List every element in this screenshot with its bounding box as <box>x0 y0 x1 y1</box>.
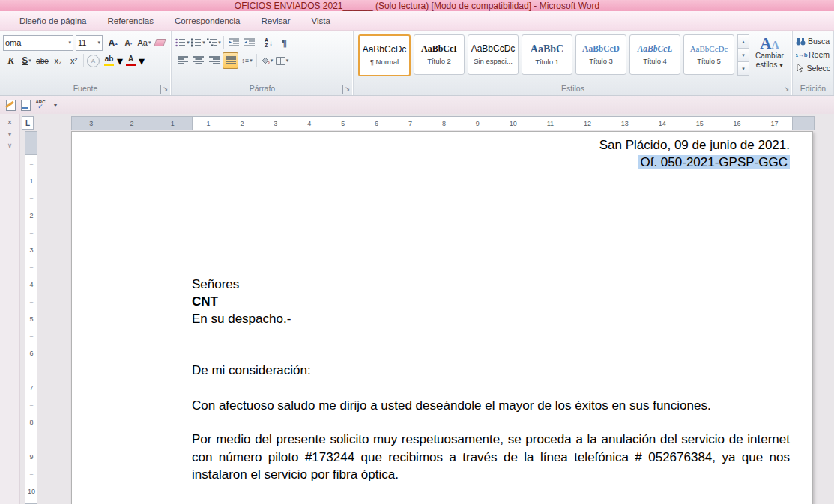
vertical-ruler[interactable]: –1–2–3–4–5–6–7–8–9–10 <box>25 131 38 504</box>
spelling-button[interactable]: ABC✓ <box>33 97 48 112</box>
underline-button[interactable]: S▾ <box>19 53 34 68</box>
clear-formatting-button[interactable] <box>153 35 167 50</box>
ruler-number: 15 <box>696 120 704 127</box>
tab-diseno-de-pagina[interactable]: Diseño de página <box>9 11 97 30</box>
text-highlight-button[interactable]: ab <box>102 53 116 68</box>
selected-text[interactable]: Of. 050-2021-GPSP-GGC <box>638 155 790 169</box>
ruler-tick: – <box>30 362 33 379</box>
decrease-indent-button[interactable] <box>226 35 241 50</box>
find-button[interactable]: Buscar <box>796 34 830 48</box>
ruler-tick: – <box>30 224 33 241</box>
shading-button[interactable]: ▾ <box>259 53 274 68</box>
align-left-icon <box>178 56 188 65</box>
style-preview: AaBbCcDc <box>363 45 407 55</box>
change-case-button[interactable]: Aa▾ <box>137 35 151 50</box>
ruler-number: 9 <box>29 448 33 465</box>
line-spacing-button[interactable]: ↕≡▾ <box>240 53 254 68</box>
gallery-scroll-down-icon[interactable]: ▾ <box>737 48 749 62</box>
enclose-characters-button[interactable]: A <box>86 53 100 68</box>
chevron-down-icon[interactable]: ▾ <box>4 130 16 138</box>
tab-referencias[interactable]: Referencias <box>97 11 164 30</box>
tab-vista[interactable]: Vista <box>300 11 340 30</box>
vertical-ruler-marks: –1–2–3–4–5–6–7–8–9–10 <box>25 155 37 500</box>
font-name-value: oma <box>5 38 66 47</box>
numbering-button[interactable]: ▾ <box>191 35 205 50</box>
strikethrough-button[interactable]: abe <box>35 53 49 68</box>
multilevel-list-button[interactable]: ▾ <box>207 35 221 50</box>
workspace: × ▾ ∨ L 3·2·1 1·2·3·4·5·6·7·8·9·10·11·12… <box>0 114 834 504</box>
increase-indent-button[interactable] <box>242 35 256 50</box>
tab-selector[interactable]: L <box>22 116 34 130</box>
style-item-titulo-3[interactable]: AaBbCcDTítulo 3 <box>575 34 626 75</box>
select-button[interactable]: Selecc <box>796 61 830 75</box>
ruler-number: 13 <box>621 120 629 127</box>
style-preview: AaBbCcL <box>638 44 673 54</box>
print-preview-icon <box>21 100 31 111</box>
multilevel-list-icon <box>207 38 217 47</box>
font-size-combo[interactable]: 11 ▾ <box>76 35 103 51</box>
style-item-titulo-4[interactable]: AaBbCcLTítulo 4 <box>629 34 680 75</box>
style-item-titulo-2[interactable]: AaBbCcITítulo 2 <box>414 34 465 75</box>
style-name: Título 5 <box>697 57 721 65</box>
style-item-titulo-1[interactable]: AaBbCTítulo 1 <box>522 34 572 75</box>
document-page[interactable]: San Plácido, 09 de junio de 2021. Of. 05… <box>71 131 813 504</box>
gallery-more-icon[interactable]: ▾ <box>737 61 749 76</box>
ruler-tick: – <box>30 327 33 344</box>
body-paragraph-1: Con afectuoso saludo me dirijo a usted d… <box>192 397 790 414</box>
sort-button[interactable]: AZ ↓ <box>262 35 276 50</box>
ruler-number: 10 <box>510 120 517 127</box>
italic-button[interactable]: K <box>4 53 18 68</box>
grow-font-button[interactable]: A▴ <box>106 35 120 50</box>
tab-correspondencia[interactable]: Correspondencia <box>164 11 251 30</box>
edit-document-button[interactable] <box>3 97 18 112</box>
body-paragraph-2: Por medio del presente solicito muy resp… <box>192 431 790 484</box>
ruler-right-margin-zone <box>793 117 814 130</box>
shrink-font-button[interactable]: A▾ <box>121 35 136 50</box>
ruler-number: 10 <box>28 482 35 500</box>
align-left-button[interactable] <box>175 53 190 68</box>
chevron-down-icon[interactable]: ▾ <box>117 54 123 68</box>
ruler-tick: – <box>30 293 33 310</box>
recipient-line-1: Señores <box>192 276 790 293</box>
qat-overflow-button[interactable]: ▾ <box>48 97 63 112</box>
font-color-button[interactable]: A <box>124 53 138 68</box>
show-marks-button[interactable]: ¶ <box>277 35 291 50</box>
align-right-button[interactable] <box>207 53 221 68</box>
style-item-normal[interactable]: AaBbCcDc¶ Normal <box>358 34 411 76</box>
bullets-icon <box>175 38 186 47</box>
chevron-down-icon[interactable]: ▾ <box>139 54 145 68</box>
gallery-scroll-up-icon[interactable]: ▴ <box>737 34 749 49</box>
font-dialog-launcher[interactable]: ↘ <box>160 85 169 94</box>
bullets-button[interactable]: ▾ <box>175 35 190 50</box>
ruler-tick: · <box>151 120 154 127</box>
style-preview: AaBbCcDc <box>690 44 728 53</box>
ruler-number: 3 <box>89 120 93 127</box>
print-preview-button[interactable] <box>18 97 33 112</box>
change-styles-icon: AA <box>760 36 779 52</box>
style-item-titulo-5[interactable]: AaBbCcDcTítulo 5 <box>683 34 734 75</box>
decrease-indent-icon <box>229 38 239 47</box>
subscript-button[interactable]: x₂ <box>51 53 65 68</box>
style-item-sin-espaci[interactable]: AaBbCcDcSin espaci... <box>468 34 519 75</box>
replace-button[interactable]: a→b Reemp <box>796 48 830 61</box>
borders-button[interactable]: ▾ <box>275 53 289 68</box>
horizontal-ruler[interactable]: 3·2·1 1·2·3·4·5·6·7·8·9·10·11·12·13·14·1… <box>71 116 815 130</box>
change-styles-button[interactable]: AA Cambiar estilos ▾ <box>755 34 784 69</box>
reference-line: Of. 050-2021-GPSP-GGC <box>192 154 790 171</box>
spelling-icon: ABC✓ <box>36 100 46 110</box>
styles-dialog-launcher[interactable]: ↘ <box>782 85 791 94</box>
superscript-button[interactable]: x² <box>67 53 81 68</box>
font-name-combo[interactable]: oma ▾ <box>3 35 73 51</box>
close-pane-icon[interactable]: × <box>4 118 16 127</box>
style-gallery-scroll: ▴ ▾ ▾ <box>737 34 749 75</box>
chevron-down-icon: ▾ <box>97 40 100 46</box>
chevron-down-icon-2[interactable]: ∨ <box>4 142 16 149</box>
replace-icon: a→b <box>796 52 806 58</box>
align-center-button[interactable] <box>191 53 205 68</box>
quick-access-toolbar: ABC✓ ▾ <box>0 96 834 115</box>
tab-revisar[interactable]: Revisar <box>250 11 300 30</box>
style-name: Título 3 <box>589 57 613 65</box>
ruler-tick: · <box>325 120 327 127</box>
justify-button[interactable] <box>223 52 238 69</box>
paragraph-dialog-launcher[interactable]: ↘ <box>342 85 351 94</box>
